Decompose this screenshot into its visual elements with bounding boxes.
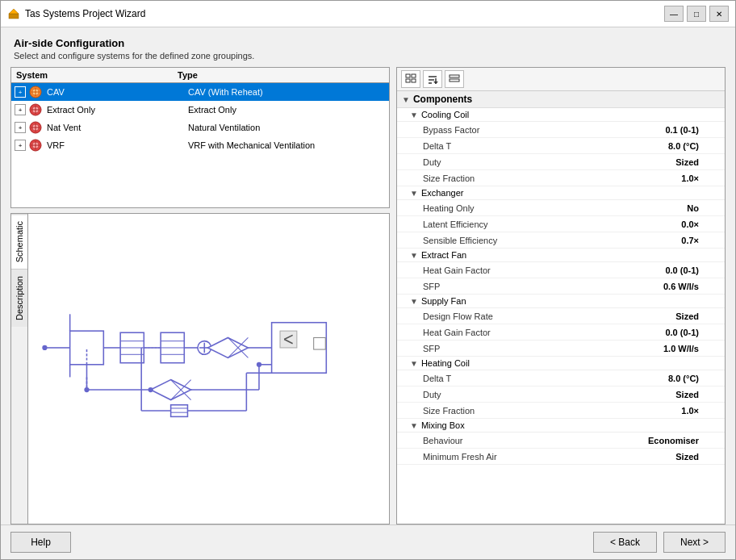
prop-name: Minimum Fresh Air bbox=[423, 452, 634, 462]
prop-name: Size Fraction bbox=[423, 406, 634, 416]
right-toolbar bbox=[397, 68, 725, 91]
svg-rect-69 bbox=[406, 79, 410, 82]
extract-fan-header[interactable]: ▼ Extract Fan bbox=[397, 249, 725, 262]
schematic-content bbox=[28, 214, 389, 524]
prop-row: Design Flow Rate Sized bbox=[397, 308, 725, 324]
prop-value: 0.1 (0-1) bbox=[634, 125, 699, 135]
properties-content[interactable]: ▼ Components ▼ Cooling Coil Bypass Facto… bbox=[397, 91, 725, 524]
supply-fan-chevron: ▼ bbox=[410, 297, 418, 306]
system-type-extract: Extract Only bbox=[188, 105, 386, 115]
prop-row: Latent Efficiency 0.0× bbox=[397, 216, 725, 232]
supply-fan-header[interactable]: ▼ Supply Fan bbox=[397, 295, 725, 308]
col-system-header: System bbox=[16, 70, 178, 80]
prop-value: 0.7× bbox=[634, 236, 699, 245]
prop-value: 0.6 W/l/s bbox=[634, 282, 699, 291]
tab-schematic[interactable]: Schematic bbox=[11, 214, 27, 269]
prop-name: Design Flow Rate bbox=[423, 311, 634, 321]
svg-point-57 bbox=[148, 387, 153, 392]
prop-value: 8.0 (°C) bbox=[634, 141, 699, 151]
col-type-header: Type bbox=[178, 70, 384, 80]
expand-btn[interactable]: + bbox=[15, 86, 26, 98]
table-row[interactable]: + CAV CAV (With Reheat) bbox=[11, 83, 389, 101]
system-type-vrf: VRF with Mechanical Ventilation bbox=[188, 140, 386, 150]
cooling-coil-header[interactable]: ▼ Cooling Coil bbox=[397, 108, 725, 122]
content-area: System Type + CAV CAV (W bbox=[1, 67, 735, 524]
prop-name: Duty bbox=[423, 390, 634, 399]
svg-rect-68 bbox=[406, 74, 410, 77]
app-icon bbox=[7, 7, 20, 20]
expand-btn[interactable]: + bbox=[15, 122, 26, 133]
table-row[interactable]: + VRF VRF with Mechanical Ventilation bbox=[11, 136, 389, 154]
window-controls: — □ ✕ bbox=[664, 6, 729, 22]
table-row[interactable]: + Nat Vent Natural Ventilation bbox=[11, 119, 389, 136]
tab-labels: Schematic Description bbox=[11, 214, 28, 524]
svg-point-55 bbox=[257, 362, 261, 367]
table-row[interactable]: + Extract Only Extract Only bbox=[11, 101, 389, 119]
prop-name: SFP bbox=[423, 282, 634, 291]
svg-rect-40 bbox=[280, 331, 297, 348]
prop-value: No bbox=[634, 203, 699, 213]
expand-btn[interactable]: + bbox=[15, 140, 26, 151]
extract-fan-label: Extract Fan bbox=[421, 250, 466, 260]
prop-value: 0.0 (0-1) bbox=[634, 265, 699, 275]
mixing-box-header[interactable]: ▼ Mixing Box bbox=[397, 419, 725, 433]
prop-name: Heat Gain Factor bbox=[423, 328, 634, 337]
prop-name: Delta T bbox=[423, 374, 634, 383]
prop-row: Duty Sized bbox=[397, 154, 725, 170]
prop-name: Heating Only bbox=[423, 203, 634, 213]
svg-point-54 bbox=[42, 345, 47, 350]
prop-row: Sensible Efficiency 0.7× bbox=[397, 232, 725, 249]
system-icon-vrf bbox=[28, 138, 43, 153]
prop-row: Heat Gain Factor 0.0 (0-1) bbox=[397, 324, 725, 341]
mixing-box-chevron: ▼ bbox=[410, 421, 418, 430]
heating-coil-header[interactable]: ▼ Heating Coil bbox=[397, 357, 725, 370]
page-title: Air-side Configuration bbox=[14, 37, 722, 49]
prop-value: 0.0 (0-1) bbox=[634, 328, 699, 337]
maximize-button[interactable]: □ bbox=[687, 6, 706, 22]
prop-value: 0.0× bbox=[634, 219, 699, 229]
back-button[interactable]: < Back bbox=[593, 532, 657, 553]
exchanger-header[interactable]: ▼ Exchanger bbox=[397, 186, 725, 200]
prop-value: Economiser bbox=[634, 436, 699, 445]
system-table: System Type + CAV CAV (W bbox=[10, 67, 390, 208]
heating-coil-chevron: ▼ bbox=[410, 359, 418, 368]
svg-rect-62 bbox=[171, 405, 188, 417]
prop-name: Sensible Efficiency bbox=[423, 236, 634, 245]
prop-name: Bypass Factor bbox=[423, 125, 634, 135]
footer: Help < Back Next > bbox=[1, 524, 735, 559]
prop-value: Sized bbox=[634, 390, 699, 399]
system-type-natvent: Natural Ventilation bbox=[188, 123, 386, 132]
sort-button[interactable] bbox=[423, 70, 442, 88]
prop-value: Sized bbox=[634, 157, 699, 167]
mixing-box-label: Mixing Box bbox=[421, 420, 465, 430]
help-button[interactable]: Help bbox=[10, 532, 71, 553]
page-subtitle: Select and configure systems for the def… bbox=[14, 51, 722, 61]
view-toggle-button[interactable] bbox=[445, 70, 464, 88]
tab-description[interactable]: Description bbox=[11, 269, 27, 327]
schematic-panel: Schematic Description bbox=[10, 213, 390, 524]
system-name-cav: CAV bbox=[47, 87, 188, 97]
extract-fan-chevron: ▼ bbox=[410, 251, 418, 260]
close-button[interactable]: ✕ bbox=[709, 6, 729, 22]
system-icon-natvent bbox=[28, 120, 43, 135]
cooling-coil-label: Cooling Coil bbox=[421, 110, 469, 119]
svg-marker-35 bbox=[207, 337, 248, 357]
components-section-header[interactable]: ▼ Components bbox=[397, 91, 725, 108]
next-button[interactable]: Next > bbox=[663, 532, 726, 553]
prop-name: Duty bbox=[423, 157, 634, 167]
title-bar: Tas Systems Project Wizard — □ ✕ bbox=[1, 1, 735, 27]
minimize-button[interactable]: — bbox=[664, 6, 684, 22]
system-icon-extract bbox=[28, 102, 43, 117]
prop-row: Delta T 8.0 (°C) bbox=[397, 138, 725, 154]
prop-value: 1.0× bbox=[634, 406, 699, 416]
list-view-button[interactable] bbox=[401, 70, 420, 88]
window-title: Tas Systems Project Wizard bbox=[25, 8, 145, 19]
expand-btn[interactable]: + bbox=[15, 104, 26, 115]
prop-name: Heat Gain Factor bbox=[423, 265, 634, 275]
prop-row: Bypass Factor 0.1 (0-1) bbox=[397, 122, 725, 138]
schematic-diagram bbox=[36, 222, 381, 516]
system-name-extract: Extract Only bbox=[47, 105, 188, 115]
prop-name: Delta T bbox=[423, 141, 634, 151]
system-type-cav: CAV (With Reheat) bbox=[188, 87, 386, 97]
header-section: Air-side Configuration Select and config… bbox=[1, 27, 735, 67]
